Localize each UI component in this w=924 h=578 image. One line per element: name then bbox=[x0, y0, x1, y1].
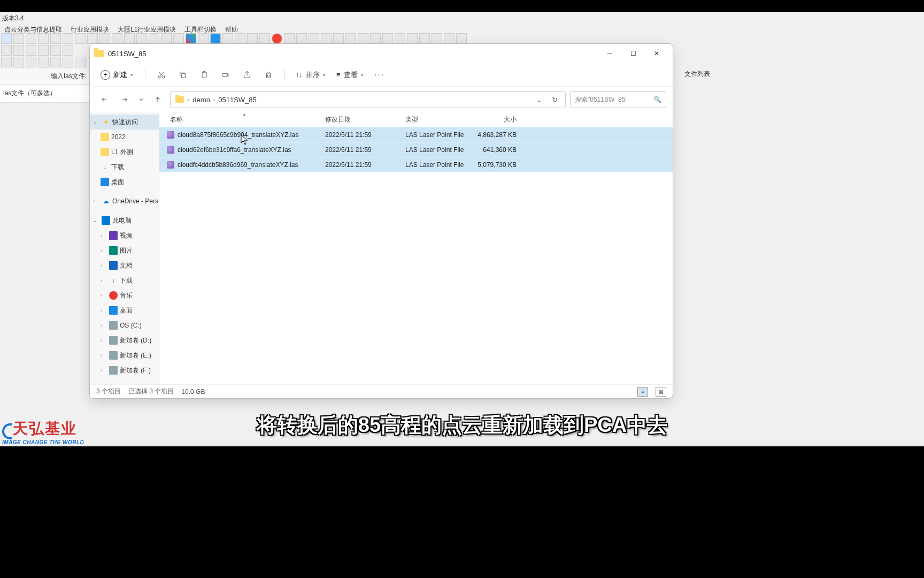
nav-music[interactable]: ›音乐 bbox=[90, 288, 159, 303]
breadcrumb-folder[interactable]: 0511SW_85 bbox=[218, 96, 257, 104]
tb-icon[interactable] bbox=[296, 33, 307, 44]
tb-icon[interactable] bbox=[309, 33, 319, 44]
tb-icon[interactable] bbox=[321, 33, 332, 44]
tb-icon[interactable] bbox=[210, 33, 221, 44]
nav-videos[interactable]: ›视频 bbox=[90, 228, 159, 243]
tb-icon[interactable] bbox=[432, 33, 442, 44]
nav-2022[interactable]: 2022 bbox=[90, 130, 159, 144]
nav-onedrive[interactable]: ›☁OneDrive - Pers bbox=[90, 194, 159, 209]
nav-drive-e[interactable]: ›新加卷 (E:) bbox=[90, 348, 159, 363]
tb-icon[interactable] bbox=[63, 57, 73, 67]
nav-l1[interactable]: L1 外测 bbox=[90, 144, 159, 159]
nav-downloads[interactable]: ↓下载 bbox=[90, 159, 159, 174]
tb-icon[interactable] bbox=[259, 33, 270, 44]
tb-icon[interactable] bbox=[112, 33, 122, 44]
delete-button[interactable] bbox=[259, 66, 278, 83]
tb-icon[interactable] bbox=[173, 33, 184, 44]
tb-icon[interactable] bbox=[382, 33, 393, 44]
tb-icon[interactable] bbox=[63, 45, 73, 56]
nav-documents[interactable]: ›文档 bbox=[90, 258, 159, 273]
tb-icon[interactable] bbox=[124, 33, 135, 44]
tb-icon[interactable] bbox=[38, 45, 49, 56]
tb-icon[interactable] bbox=[198, 33, 209, 44]
forward-button[interactable] bbox=[117, 92, 133, 108]
navigation-pane[interactable]: ⌄★快速访问 2022 L1 外测 ↓下载 桌面 ›☁OneDrive - Pe… bbox=[90, 112, 159, 384]
nav-pictures[interactable]: ›图片 bbox=[90, 243, 159, 258]
nav-drive-d[interactable]: ›新加卷 (D:) bbox=[90, 333, 159, 348]
tb-icon[interactable] bbox=[1, 33, 12, 44]
nav-drive-f[interactable]: ›新加卷 (F:) bbox=[90, 363, 159, 378]
tb-icon[interactable] bbox=[13, 57, 24, 67]
tb-icon[interactable] bbox=[186, 33, 196, 44]
address-bar[interactable]: › demo › 0511SW_85 ⌄ ↻ bbox=[170, 91, 566, 108]
minimize-button[interactable]: ─ bbox=[598, 45, 621, 62]
tb-icon[interactable] bbox=[419, 33, 430, 44]
tb-icon[interactable] bbox=[235, 33, 245, 44]
tb-icon[interactable] bbox=[370, 33, 381, 44]
tb-icon[interactable] bbox=[222, 33, 233, 44]
details-view-button[interactable]: ≡ bbox=[637, 387, 648, 397]
up-button[interactable] bbox=[150, 92, 166, 108]
column-date[interactable]: 修改日期 bbox=[325, 115, 405, 124]
tb-icon[interactable] bbox=[50, 33, 61, 44]
cut-button[interactable] bbox=[152, 66, 171, 83]
tb-icon[interactable] bbox=[26, 57, 36, 67]
close-button[interactable]: ✕ bbox=[645, 45, 668, 62]
rename-button[interactable] bbox=[216, 66, 235, 83]
recent-dropdown[interactable] bbox=[137, 92, 145, 108]
file-row[interactable]: cloud8a875f8665c9b994_translateXYZ.las 2… bbox=[159, 127, 673, 142]
tb-icon[interactable] bbox=[149, 33, 159, 44]
tb-icon[interactable] bbox=[75, 33, 86, 44]
view-button[interactable]: ≡ 查看 ▾ bbox=[332, 68, 368, 82]
explorer-titlebar[interactable]: 0511SW_85 ─ ☐ ✕ bbox=[90, 44, 673, 63]
thumbnails-view-button[interactable]: ▦ bbox=[656, 387, 666, 397]
tb-icon[interactable] bbox=[13, 45, 24, 56]
nav-thispc[interactable]: ⌄此电脑 bbox=[90, 213, 159, 228]
file-row[interactable]: cloud62ef6be31c9ffa6_translateXYZ.las 20… bbox=[159, 142, 673, 157]
file-row[interactable]: cloudfc4ddcb5b836d969_translateXYZ.las 2… bbox=[159, 157, 673, 172]
refresh-button[interactable]: ↻ bbox=[549, 96, 561, 104]
column-size[interactable]: 大小 bbox=[471, 115, 523, 124]
breadcrumb-demo[interactable]: demo bbox=[192, 96, 210, 104]
tb-icon[interactable] bbox=[75, 57, 86, 67]
column-type[interactable]: 类型 bbox=[405, 115, 471, 124]
tb-icon[interactable] bbox=[1, 45, 12, 56]
nav-desktop[interactable]: 桌面 bbox=[90, 174, 159, 189]
tb-icon[interactable] bbox=[272, 33, 282, 44]
column-name[interactable]: ▲名称 bbox=[159, 115, 325, 124]
tb-icon[interactable] bbox=[50, 45, 61, 56]
copy-button[interactable] bbox=[173, 66, 192, 83]
tb-icon[interactable] bbox=[395, 33, 405, 44]
tb-icon[interactable] bbox=[99, 33, 110, 44]
tb-icon[interactable] bbox=[87, 33, 98, 44]
input-las-field[interactable]: las文件（可多选） bbox=[0, 85, 90, 103]
nav-desktop2[interactable]: ›桌面 bbox=[90, 303, 159, 318]
share-button[interactable] bbox=[237, 66, 257, 83]
tb-icon[interactable] bbox=[26, 33, 36, 44]
tb-icon[interactable] bbox=[345, 33, 356, 44]
back-button[interactable] bbox=[96, 92, 112, 108]
search-input[interactable]: 搜索"0511SW_85" 🔍 bbox=[570, 91, 666, 108]
nav-downloads2[interactable]: ›↓下载 bbox=[90, 273, 159, 288]
paste-button[interactable] bbox=[195, 66, 214, 83]
tb-icon[interactable] bbox=[444, 33, 455, 44]
new-button[interactable]: + 新建 ▾ bbox=[95, 68, 138, 82]
tb-icon[interactable] bbox=[161, 33, 172, 44]
tb-icon[interactable] bbox=[1, 57, 12, 67]
nav-drive-c[interactable]: ›OS (C:) bbox=[90, 318, 159, 333]
sort-button[interactable]: ↑↓ 排序 ▾ bbox=[291, 68, 330, 82]
tb-icon[interactable] bbox=[38, 33, 49, 44]
tb-icon[interactable] bbox=[333, 33, 344, 44]
tb-icon[interactable] bbox=[284, 33, 295, 44]
tb-icon[interactable] bbox=[358, 33, 368, 44]
maximize-button[interactable]: ☐ bbox=[621, 45, 645, 62]
tb-icon[interactable] bbox=[26, 45, 36, 56]
tb-icon[interactable] bbox=[407, 33, 418, 44]
more-button[interactable]: ··· bbox=[370, 66, 389, 83]
tb-icon[interactable] bbox=[38, 57, 49, 67]
tb-icon[interactable] bbox=[50, 57, 61, 67]
tb-icon[interactable] bbox=[136, 33, 147, 44]
tb-icon[interactable] bbox=[13, 33, 24, 44]
nav-quick-access[interactable]: ⌄★快速访问 bbox=[90, 115, 159, 130]
tb-icon[interactable] bbox=[247, 33, 258, 44]
